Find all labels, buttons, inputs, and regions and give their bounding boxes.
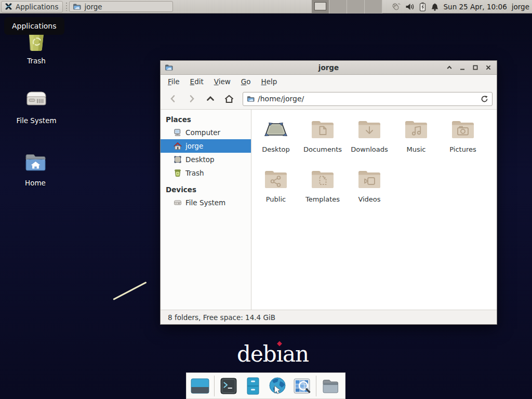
file-item-music[interactable]: Music xyxy=(393,118,440,168)
path-folder-icon xyxy=(247,95,255,103)
desktop-surface-icon xyxy=(263,118,288,141)
sidebar-header-places: Places xyxy=(161,113,251,126)
applications-menu-label: Applications xyxy=(16,3,58,11)
sidebar-item-label: jorge xyxy=(185,142,203,150)
bottom-dock xyxy=(186,373,345,399)
home-icon xyxy=(174,142,182,150)
computer-icon xyxy=(174,128,182,137)
sidebar-item-computer[interactable]: Computer xyxy=(161,126,251,139)
file-label: Desktop xyxy=(252,145,299,153)
stray-line-artifact xyxy=(113,282,147,300)
dock-separator xyxy=(316,376,316,396)
forward-button[interactable] xyxy=(183,91,200,107)
directory-menu-icon[interactable] xyxy=(320,376,341,396)
folder-templates-icon xyxy=(310,168,335,191)
home-button[interactable] xyxy=(221,91,237,107)
panel-right-group: Sun 25 Apr, 10:06 jorge xyxy=(312,0,530,14)
panel-username[interactable]: jorge xyxy=(512,3,529,11)
menu-file[interactable]: File xyxy=(163,76,185,87)
folder-icon xyxy=(73,3,81,11)
reload-button[interactable] xyxy=(481,95,488,103)
workspace-switcher xyxy=(312,0,382,14)
drive-icon xyxy=(23,88,49,113)
taskbar-window-label: jorge xyxy=(84,3,102,11)
workspace-4[interactable] xyxy=(365,0,382,14)
back-button[interactable] xyxy=(165,91,181,107)
applications-menu-button[interactable]: Applications xyxy=(1,1,63,12)
sidebar-item-label: File System xyxy=(185,198,225,207)
folder-pictures-icon xyxy=(450,118,475,141)
menu-help[interactable]: Help xyxy=(256,76,283,87)
workspace-3[interactable] xyxy=(347,0,365,14)
shade-button[interactable] xyxy=(445,63,454,72)
file-item-desktop[interactable]: Desktop xyxy=(252,118,299,168)
workspace-window-miniature xyxy=(314,2,326,10)
applications-tooltip: Applications xyxy=(4,17,64,35)
panel-clock[interactable]: Sun 25 Apr, 10:06 xyxy=(444,3,507,11)
desktop-icon xyxy=(174,155,182,164)
statusbar-text: 8 folders, Free space: 14.4 GiB xyxy=(168,313,275,322)
xfce-logo-icon xyxy=(4,3,13,10)
menu-edit[interactable]: Edit xyxy=(185,76,209,87)
desktop-icon-label: Home xyxy=(8,179,62,187)
panel-grip[interactable] xyxy=(66,3,67,11)
drive-icon xyxy=(174,198,182,207)
sidebar-item-jorge[interactable]: jorge xyxy=(161,139,251,153)
maximize-button[interactable] xyxy=(471,63,480,72)
desktop-icon-label: Trash xyxy=(9,57,63,65)
workspace-2[interactable] xyxy=(329,0,347,14)
show-desktop-icon[interactable] xyxy=(190,376,210,396)
file-item-public[interactable]: Public xyxy=(252,168,299,218)
menu-go[interactable]: Go xyxy=(236,76,256,87)
file-manager-icon[interactable] xyxy=(243,376,263,396)
file-item-downloads[interactable]: Downloads xyxy=(346,118,393,168)
terminal-emulator-icon[interactable] xyxy=(218,376,239,396)
folder-music-icon xyxy=(404,118,429,141)
taskbar-window-button[interactable]: jorge xyxy=(69,1,173,12)
workspace-1[interactable] xyxy=(312,0,329,14)
sidebar-item-label: Trash xyxy=(185,169,204,177)
web-browser-icon[interactable] xyxy=(267,376,288,396)
location-bar[interactable]: /home/jorge/ xyxy=(243,92,493,106)
menubar: File Edit View Go Help xyxy=(161,75,497,88)
file-label: Public xyxy=(252,195,299,203)
titlebar[interactable]: jorge xyxy=(161,61,497,75)
sidebar: Places Computer jorge xyxy=(161,110,251,310)
sidebar-item-desktop[interactable]: Desktop xyxy=(161,153,251,166)
sidebar-header-devices: Devices xyxy=(161,183,251,196)
folder-videos-icon xyxy=(357,168,382,191)
window-body: Places Computer jorge xyxy=(161,110,497,310)
desktop-icon-file-system[interactable]: File System xyxy=(9,88,63,125)
audio-volume-icon[interactable] xyxy=(405,3,415,11)
folder-downloads-icon xyxy=(357,118,382,141)
notifications-bell-icon[interactable] xyxy=(431,3,439,11)
file-list: Desktop Documents xyxy=(251,110,497,310)
sidebar-item-label: Computer xyxy=(185,128,220,137)
folder-documents-icon xyxy=(310,118,335,141)
trash-icon xyxy=(174,169,182,177)
file-label: Downloads xyxy=(346,145,393,153)
folder-public-icon xyxy=(263,168,288,191)
file-label: Videos xyxy=(346,195,393,203)
desktop-icon-label: File System xyxy=(9,116,63,125)
sidebar-item-file-system[interactable]: File System xyxy=(161,196,251,209)
sidebar-item-label: Desktop xyxy=(185,155,215,164)
up-button[interactable] xyxy=(202,91,219,107)
minimize-button[interactable] xyxy=(458,63,467,72)
file-item-pictures[interactable]: Pictures xyxy=(440,118,486,168)
file-item-documents[interactable]: Documents xyxy=(299,118,346,168)
application-finder-icon[interactable] xyxy=(291,376,312,396)
dock-separator xyxy=(214,376,215,396)
input-device-icon[interactable] xyxy=(390,2,401,11)
file-item-templates[interactable]: Templates xyxy=(299,168,346,218)
menu-view[interactable]: View xyxy=(209,76,236,87)
file-label: Templates xyxy=(299,195,346,203)
sidebar-item-trash[interactable]: Trash xyxy=(161,166,251,180)
desktop-icon-home[interactable]: Home xyxy=(8,150,62,187)
battery-charging-icon[interactable] xyxy=(419,2,426,11)
close-button[interactable] xyxy=(484,63,493,72)
home-folder-icon xyxy=(22,150,48,175)
location-path[interactable]: /home/jorge/ xyxy=(258,95,477,103)
file-item-videos[interactable]: Videos xyxy=(346,168,393,218)
file-label: Documents xyxy=(299,145,346,153)
